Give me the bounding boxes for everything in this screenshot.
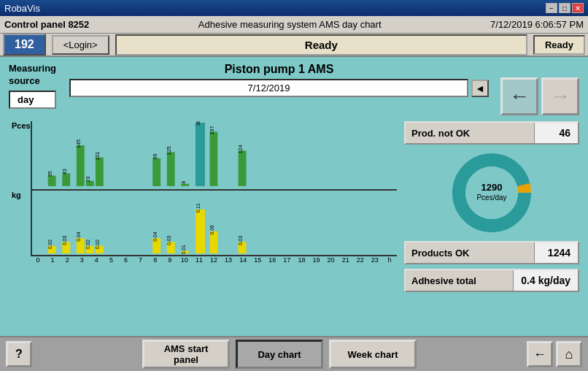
prod-not-ok-label: Prod. not OK: [406, 125, 534, 142]
products-ok-row: Products OK 1244: [404, 241, 579, 264]
title-bar: RobaVis − □ ✕: [0, 0, 588, 16]
date-input[interactable]: 7/12/2019: [69, 79, 468, 97]
maximize-button[interactable]: □: [559, 3, 570, 13]
kg-chart: kg 0.02 0.03 0.04 0.02 0.02: [31, 191, 397, 256]
date-prev-button[interactable]: ◄: [471, 80, 489, 97]
pump-title: Piston pump 1 AMS: [69, 63, 489, 76]
week-chart-button[interactable]: Week chart: [329, 340, 417, 369]
products-ok-label: Products OK: [406, 245, 534, 261]
svg-text:0.02: 0.02: [85, 240, 90, 249]
minimize-button[interactable]: −: [546, 3, 557, 13]
nav-left-button[interactable]: ←: [527, 341, 553, 367]
adhesive-total-value: 0.4 kg/day: [513, 270, 578, 291]
svg-rect-40: [209, 232, 217, 253]
svg-text:125: 125: [166, 146, 172, 155]
measuring-source-label: Measuringsource: [9, 63, 56, 88]
pces-bars-svg: 35 43 145 23 101 99: [32, 121, 397, 189]
stats-panel: Prod. not OK 46 1290 Pces/day: [404, 121, 579, 330]
pces-ylabel: Pces: [12, 121, 31, 130]
menu-left: Control panel 8252: [4, 19, 89, 30]
bottom-buttons: AMS startpanel Day chart Week chart: [142, 340, 417, 369]
window-controls: − □ ✕: [546, 3, 584, 13]
left-header: Measuringsource day: [9, 63, 56, 109]
svg-text:23: 23: [85, 177, 91, 183]
status-ready-center: Ready: [115, 34, 527, 56]
svg-text:0.03: 0.03: [166, 236, 171, 245]
day-chart-button[interactable]: Day chart: [236, 340, 323, 369]
menu-right: 7/12/2019 6:06:57 PM: [490, 19, 584, 30]
prod-not-ok-row: Prod. not OK 46: [404, 121, 579, 145]
svg-text:0.03: 0.03: [62, 236, 67, 245]
period-label: day: [9, 91, 56, 109]
kg-bars-svg: 0.02 0.03 0.04 0.02 0.02 0.04: [32, 191, 397, 255]
nav-forward-button[interactable]: →: [541, 77, 579, 115]
help-button[interactable]: ?: [6, 341, 32, 367]
ams-start-button[interactable]: AMS startpanel: [142, 340, 230, 369]
svg-rect-2: [62, 173, 70, 186]
donut-svg: 1290 Pces/day: [448, 149, 535, 237]
svg-text:0.04: 0.04: [76, 232, 81, 241]
svg-rect-8: [96, 158, 104, 186]
svg-rect-20: [239, 150, 247, 186]
kg-ylabel: kg: [12, 191, 21, 199]
svg-text:8: 8: [180, 181, 187, 184]
svg-rect-18: [209, 131, 217, 186]
svg-text:101: 101: [94, 152, 101, 161]
svg-text:145: 145: [75, 139, 82, 148]
svg-text:0.06: 0.06: [209, 225, 214, 234]
status-ready-right: Ready: [533, 35, 585, 55]
svg-text:197: 197: [209, 126, 215, 134]
svg-text:0.01: 0.01: [181, 245, 186, 254]
adhesive-total-label: Adhesive total: [406, 272, 513, 289]
svg-rect-10: [152, 158, 160, 186]
svg-point-46: [465, 167, 518, 219]
bottom-bar: ? AMS startpanel Day chart Week chart ← …: [0, 336, 588, 371]
bottom-nav-buttons: ← ⌂: [527, 341, 582, 367]
svg-text:0.02: 0.02: [95, 240, 100, 249]
close-button[interactable]: ✕: [572, 3, 584, 13]
svg-text:Pces/day: Pces/day: [476, 194, 506, 202]
svg-text:124: 124: [237, 145, 244, 153]
svg-rect-12: [167, 152, 175, 186]
donut-wrapper: 1290 Pces/day: [448, 149, 535, 237]
svg-text:0.11: 0.11: [196, 203, 201, 213]
svg-rect-0: [48, 175, 56, 186]
svg-rect-38: [196, 210, 205, 253]
status-bar: 192 <Login> Ready Ready: [0, 34, 588, 57]
svg-text:0.02: 0.02: [47, 240, 53, 249]
pces-chart: Pces 35 43 145 23 101: [31, 121, 397, 191]
svg-text:35: 35: [47, 171, 53, 177]
svg-text:0.03: 0.03: [238, 236, 243, 245]
nav-home-button[interactable]: ⌂: [556, 341, 582, 367]
header-area: Measuringsource day Piston pump 1 AMS 7/…: [9, 63, 579, 115]
charts-stats: Pces 35 43 145 23 101: [9, 121, 579, 330]
products-ok-value: 1244: [534, 242, 578, 263]
menu-center: Adhesive measuring system AMS day chart: [198, 19, 382, 30]
login-button[interactable]: <Login>: [52, 35, 109, 55]
charts-area: Pces 35 43 145 23 101: [9, 121, 397, 330]
adhesive-total-row: Adhesive total 0.4 kg/day: [404, 269, 579, 292]
menu-bar: Control panel 8252 Adhesive measuring sy…: [0, 16, 588, 34]
nav-back-button[interactable]: ←: [500, 77, 538, 115]
svg-rect-16: [196, 123, 205, 186]
svg-rect-4: [77, 145, 85, 186]
svg-text:1290: 1290: [481, 182, 503, 193]
svg-text:43: 43: [61, 169, 68, 175]
svg-text:0.04: 0.04: [152, 232, 158, 241]
svg-rect-14: [181, 184, 189, 186]
svg-text:380: 380: [195, 121, 201, 126]
svg-text:99: 99: [151, 154, 158, 160]
app-title: RobaVis: [4, 3, 40, 14]
donut-chart: 1290 Pces/day: [404, 149, 579, 237]
x-axis: 0 1 2 3 4 5 6 7 8 9 10 11 12 13 14 15 16…: [31, 256, 397, 264]
main-panel: Measuringsource day Piston pump 1 AMS 7/…: [0, 57, 588, 336]
device-id: 192: [3, 34, 46, 56]
prod-not-ok-value: 46: [534, 123, 578, 143]
